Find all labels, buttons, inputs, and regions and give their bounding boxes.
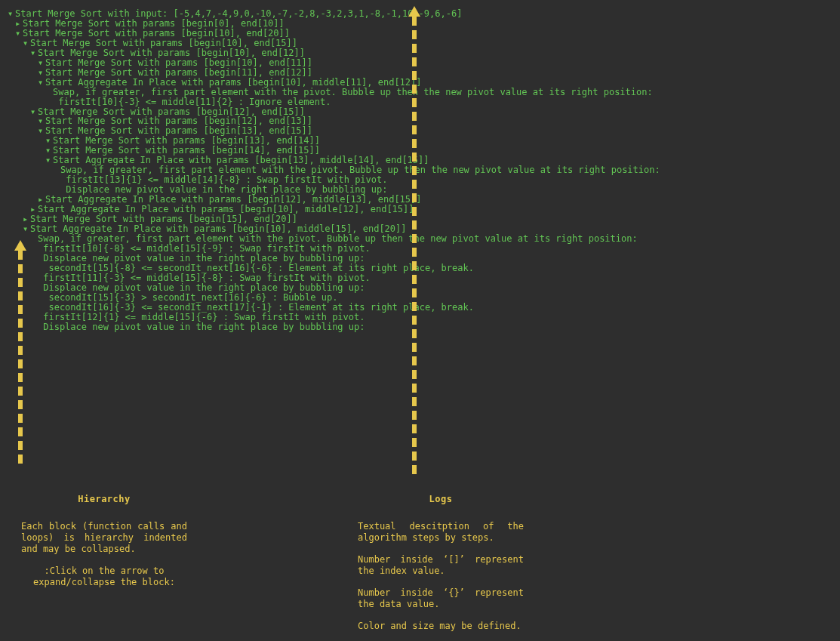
log-text: Swap, if greater, first part element wit…: [53, 87, 653, 97]
collapse-icon[interactable]: [30, 48, 38, 58]
no-toggle-icon: [30, 234, 38, 244]
no-toggle-icon: [30, 244, 38, 254]
log-text: Start Aggregate In Place with params [be…: [53, 155, 429, 165]
dash-segment: [18, 373, 23, 382]
collapse-icon[interactable]: [38, 68, 45, 78]
log-text: Start Merge Sort with params [begin[13],…: [45, 125, 312, 136]
no-toggle-icon: [30, 322, 38, 332]
collapse-icon[interactable]: [38, 126, 45, 136]
collapse-icon[interactable]: [30, 107, 38, 117]
log-text: secondIt[16]{-3} <= secondIt_next[17]{-1…: [38, 302, 474, 313]
log-text: Start Merge Sort with params [begin[10],…: [23, 28, 290, 39]
no-toggle-icon: [30, 283, 38, 293]
logs-desc-1: Textual descitption of the algorithm ste…: [358, 521, 524, 544]
log-text: secondIt[15]{-8} <= secondIt_next[16]{-6…: [38, 263, 474, 273]
collapse-icon[interactable]: [23, 224, 30, 234]
hierarchy-info: Hierarchy Each block (function calls and…: [21, 494, 187, 588]
no-toggle-icon: [30, 254, 38, 263]
log-text: Start Merge Sort with params [begin[10],…: [30, 38, 297, 48]
log-text: Displace new pivot value in the right pl…: [38, 282, 365, 293]
log-text: Start Merge Sort with params [begin[14],…: [53, 145, 320, 156]
dash-segment: [412, 356, 417, 365]
log-text: Start Merge Sort with params [begin[12],…: [38, 106, 305, 117]
log-text: Start Merge Sort with params [begin[10],…: [38, 48, 305, 58]
dash-segment: [18, 400, 23, 409]
log-text: firstIt[13]{1} <= middle[14]{-8} : Swap …: [60, 174, 387, 185]
log-text: Start Merge Sort with params [begin[0], …: [23, 18, 285, 29]
hierarchy-title: Hierarchy: [21, 494, 187, 504]
collapse-icon[interactable]: [15, 29, 23, 39]
logs-desc-4: Color and size may be defined.: [358, 621, 524, 632]
no-toggle-icon: [30, 263, 38, 273]
no-toggle-icon: [30, 293, 38, 303]
log-text: Swap, if greater, first part element wit…: [38, 233, 638, 244]
collapse-icon[interactable]: [38, 78, 45, 88]
log-text: Start Aggregate In Place with params [be…: [38, 204, 414, 214]
dash-segment: [18, 441, 23, 450]
logs-info: Logs Textual descitption of the algorith…: [358, 494, 524, 641]
no-toggle-icon: [45, 88, 53, 97]
dash-segment: [18, 387, 23, 396]
logs-desc-2: Number inside ‘[]’ represent the index v…: [358, 554, 524, 577]
dash-segment: [18, 427, 23, 436]
dash-segment: [412, 384, 417, 393]
log-text: Start Merge Sort with params [begin[10],…: [45, 57, 312, 68]
log-text: Start Merge Sort with params [begin[11],…: [45, 67, 312, 78]
log-text: Displace new pivot value in the right pl…: [38, 322, 365, 332]
dash-segment: [412, 370, 417, 379]
log-text: Start Aggregate In Place with params [be…: [45, 77, 422, 88]
log-text: Start Merge Sort with input: [-5,4,7,-4,…: [15, 8, 462, 19]
log-text: Start Merge Sort with params [begin[12],…: [45, 116, 312, 126]
dash-segment: [412, 465, 417, 474]
dash-segment: [18, 346, 23, 355]
collapse-icon[interactable]: [45, 156, 53, 165]
log-text: secondIt[15]{-3} > secondIt_next[16]{-6}…: [38, 292, 337, 303]
collapse-icon[interactable]: [8, 9, 15, 19]
log-text: firstIt[11]{-3} <= middle[15]{-8} : Swap…: [38, 273, 371, 283]
logs-title: Logs: [358, 494, 524, 504]
log-tree: Start Merge Sort with input: [-5,4,7,-4,…: [0, 0, 840, 341]
log-text: Start Aggregate In Place with params [be…: [45, 194, 422, 205]
log-text: Start Merge Sort with params [begin[13],…: [53, 135, 320, 146]
hierarchy-hint: :Click on the arrow to expand/collapse t…: [21, 565, 187, 588]
dash-segment: [412, 343, 417, 352]
dash-segment: [18, 414, 23, 423]
log-line: Displace new pivot value in the right pl…: [8, 322, 832, 332]
dash-segment: [412, 451, 417, 461]
log-text: Start Merge Sort with params [begin[15],…: [30, 214, 297, 224]
hierarchy-description: Each block (function calls and loops) is…: [21, 521, 187, 555]
expand-icon[interactable]: [15, 19, 23, 29]
logs-desc-3: Number inside ‘{}’ represent the data va…: [358, 587, 524, 610]
log-text: Displace new pivot value in the right pl…: [60, 184, 387, 195]
dash-segment: [18, 455, 23, 464]
log-text: firstIt[12]{1} <= middle[15]{-6} : Swap …: [38, 312, 365, 322]
collapse-icon[interactable]: [23, 39, 30, 48]
dash-segment: [412, 411, 417, 420]
dash-segment: [18, 359, 23, 368]
no-toggle-icon: [30, 273, 38, 283]
no-toggle-icon: [30, 303, 38, 313]
no-toggle-icon: [30, 313, 38, 322]
dash-segment: [412, 438, 417, 447]
log-text: firstIt[10]{-8} <= middle[15]{-9} : Swap…: [38, 243, 371, 254]
dash-segment: [412, 397, 417, 406]
collapse-icon[interactable]: [38, 58, 45, 68]
log-text: Displace new pivot value in the right pl…: [38, 253, 365, 263]
log-text: Start Aggregate In Place with params [be…: [30, 223, 407, 234]
log-text: firstIt[10]{-3} <= middle[11]{2} : Ignor…: [53, 97, 331, 107]
log-text: Swap, if greater, first part element wit…: [60, 165, 660, 175]
dash-segment: [412, 424, 417, 433]
